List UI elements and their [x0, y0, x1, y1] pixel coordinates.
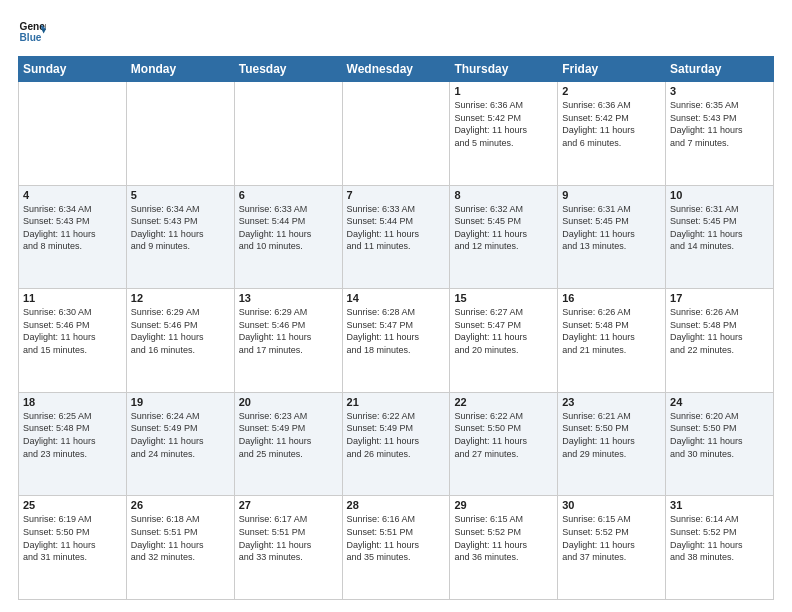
- calendar-cell: 27Sunrise: 6:17 AM Sunset: 5:51 PM Dayli…: [234, 496, 342, 600]
- day-info: Sunrise: 6:18 AM Sunset: 5:51 PM Dayligh…: [131, 513, 230, 563]
- day-number: 6: [239, 189, 338, 201]
- calendar-cell: 10Sunrise: 6:31 AM Sunset: 5:45 PM Dayli…: [666, 185, 774, 289]
- calendar-cell: 20Sunrise: 6:23 AM Sunset: 5:49 PM Dayli…: [234, 392, 342, 496]
- page: General Blue SundayMondayTuesdayWednesda…: [0, 0, 792, 612]
- day-number: 15: [454, 292, 553, 304]
- day-number: 5: [131, 189, 230, 201]
- calendar-cell: 21Sunrise: 6:22 AM Sunset: 5:49 PM Dayli…: [342, 392, 450, 496]
- day-number: 7: [347, 189, 446, 201]
- weekday-header-monday: Monday: [126, 57, 234, 82]
- day-info: Sunrise: 6:30 AM Sunset: 5:46 PM Dayligh…: [23, 306, 122, 356]
- calendar-cell: 13Sunrise: 6:29 AM Sunset: 5:46 PM Dayli…: [234, 289, 342, 393]
- day-info: Sunrise: 6:33 AM Sunset: 5:44 PM Dayligh…: [239, 203, 338, 253]
- svg-text:Blue: Blue: [20, 32, 42, 43]
- day-info: Sunrise: 6:15 AM Sunset: 5:52 PM Dayligh…: [562, 513, 661, 563]
- calendar-week-2: 4Sunrise: 6:34 AM Sunset: 5:43 PM Daylig…: [19, 185, 774, 289]
- day-number: 21: [347, 396, 446, 408]
- day-info: Sunrise: 6:21 AM Sunset: 5:50 PM Dayligh…: [562, 410, 661, 460]
- day-number: 23: [562, 396, 661, 408]
- logo: General Blue: [18, 18, 46, 46]
- day-info: Sunrise: 6:26 AM Sunset: 5:48 PM Dayligh…: [562, 306, 661, 356]
- calendar-cell: 23Sunrise: 6:21 AM Sunset: 5:50 PM Dayli…: [558, 392, 666, 496]
- day-number: 3: [670, 85, 769, 97]
- weekday-header-tuesday: Tuesday: [234, 57, 342, 82]
- day-number: 2: [562, 85, 661, 97]
- calendar-cell: 25Sunrise: 6:19 AM Sunset: 5:50 PM Dayli…: [19, 496, 127, 600]
- calendar-cell: [234, 82, 342, 186]
- calendar-cell: 3Sunrise: 6:35 AM Sunset: 5:43 PM Daylig…: [666, 82, 774, 186]
- day-number: 14: [347, 292, 446, 304]
- calendar-cell: 7Sunrise: 6:33 AM Sunset: 5:44 PM Daylig…: [342, 185, 450, 289]
- day-info: Sunrise: 6:31 AM Sunset: 5:45 PM Dayligh…: [562, 203, 661, 253]
- header: General Blue: [18, 18, 774, 46]
- calendar-cell: [19, 82, 127, 186]
- day-info: Sunrise: 6:34 AM Sunset: 5:43 PM Dayligh…: [131, 203, 230, 253]
- day-info: Sunrise: 6:33 AM Sunset: 5:44 PM Dayligh…: [347, 203, 446, 253]
- calendar-cell: 5Sunrise: 6:34 AM Sunset: 5:43 PM Daylig…: [126, 185, 234, 289]
- day-info: Sunrise: 6:23 AM Sunset: 5:49 PM Dayligh…: [239, 410, 338, 460]
- logo-icon: General Blue: [18, 18, 46, 46]
- calendar-cell: 8Sunrise: 6:32 AM Sunset: 5:45 PM Daylig…: [450, 185, 558, 289]
- day-info: Sunrise: 6:26 AM Sunset: 5:48 PM Dayligh…: [670, 306, 769, 356]
- calendar-cell: 1Sunrise: 6:36 AM Sunset: 5:42 PM Daylig…: [450, 82, 558, 186]
- calendar-week-4: 18Sunrise: 6:25 AM Sunset: 5:48 PM Dayli…: [19, 392, 774, 496]
- calendar-cell: 17Sunrise: 6:26 AM Sunset: 5:48 PM Dayli…: [666, 289, 774, 393]
- calendar-week-5: 25Sunrise: 6:19 AM Sunset: 5:50 PM Dayli…: [19, 496, 774, 600]
- calendar-cell: 22Sunrise: 6:22 AM Sunset: 5:50 PM Dayli…: [450, 392, 558, 496]
- weekday-header-thursday: Thursday: [450, 57, 558, 82]
- day-info: Sunrise: 6:24 AM Sunset: 5:49 PM Dayligh…: [131, 410, 230, 460]
- calendar-cell: 30Sunrise: 6:15 AM Sunset: 5:52 PM Dayli…: [558, 496, 666, 600]
- day-number: 25: [23, 499, 122, 511]
- day-info: Sunrise: 6:36 AM Sunset: 5:42 PM Dayligh…: [454, 99, 553, 149]
- day-number: 9: [562, 189, 661, 201]
- day-number: 8: [454, 189, 553, 201]
- calendar-header-row: SundayMondayTuesdayWednesdayThursdayFrid…: [19, 57, 774, 82]
- day-info: Sunrise: 6:29 AM Sunset: 5:46 PM Dayligh…: [131, 306, 230, 356]
- calendar-cell: 16Sunrise: 6:26 AM Sunset: 5:48 PM Dayli…: [558, 289, 666, 393]
- day-number: 18: [23, 396, 122, 408]
- day-number: 24: [670, 396, 769, 408]
- calendar-cell: 12Sunrise: 6:29 AM Sunset: 5:46 PM Dayli…: [126, 289, 234, 393]
- day-info: Sunrise: 6:25 AM Sunset: 5:48 PM Dayligh…: [23, 410, 122, 460]
- day-number: 28: [347, 499, 446, 511]
- calendar-table: SundayMondayTuesdayWednesdayThursdayFrid…: [18, 56, 774, 600]
- calendar-cell: 29Sunrise: 6:15 AM Sunset: 5:52 PM Dayli…: [450, 496, 558, 600]
- day-number: 16: [562, 292, 661, 304]
- day-info: Sunrise: 6:34 AM Sunset: 5:43 PM Dayligh…: [23, 203, 122, 253]
- calendar-cell: 26Sunrise: 6:18 AM Sunset: 5:51 PM Dayli…: [126, 496, 234, 600]
- day-info: Sunrise: 6:17 AM Sunset: 5:51 PM Dayligh…: [239, 513, 338, 563]
- day-number: 31: [670, 499, 769, 511]
- calendar-cell: 9Sunrise: 6:31 AM Sunset: 5:45 PM Daylig…: [558, 185, 666, 289]
- day-info: Sunrise: 6:36 AM Sunset: 5:42 PM Dayligh…: [562, 99, 661, 149]
- calendar-week-3: 11Sunrise: 6:30 AM Sunset: 5:46 PM Dayli…: [19, 289, 774, 393]
- day-number: 27: [239, 499, 338, 511]
- day-number: 11: [23, 292, 122, 304]
- day-info: Sunrise: 6:35 AM Sunset: 5:43 PM Dayligh…: [670, 99, 769, 149]
- day-number: 1: [454, 85, 553, 97]
- day-info: Sunrise: 6:20 AM Sunset: 5:50 PM Dayligh…: [670, 410, 769, 460]
- day-number: 17: [670, 292, 769, 304]
- day-info: Sunrise: 6:15 AM Sunset: 5:52 PM Dayligh…: [454, 513, 553, 563]
- day-info: Sunrise: 6:28 AM Sunset: 5:47 PM Dayligh…: [347, 306, 446, 356]
- day-info: Sunrise: 6:32 AM Sunset: 5:45 PM Dayligh…: [454, 203, 553, 253]
- calendar-cell: [342, 82, 450, 186]
- calendar-cell: 18Sunrise: 6:25 AM Sunset: 5:48 PM Dayli…: [19, 392, 127, 496]
- calendar-cell: 24Sunrise: 6:20 AM Sunset: 5:50 PM Dayli…: [666, 392, 774, 496]
- weekday-header-friday: Friday: [558, 57, 666, 82]
- calendar-cell: 6Sunrise: 6:33 AM Sunset: 5:44 PM Daylig…: [234, 185, 342, 289]
- weekday-header-sunday: Sunday: [19, 57, 127, 82]
- day-info: Sunrise: 6:31 AM Sunset: 5:45 PM Dayligh…: [670, 203, 769, 253]
- day-number: 19: [131, 396, 230, 408]
- day-info: Sunrise: 6:14 AM Sunset: 5:52 PM Dayligh…: [670, 513, 769, 563]
- day-number: 13: [239, 292, 338, 304]
- day-info: Sunrise: 6:22 AM Sunset: 5:50 PM Dayligh…: [454, 410, 553, 460]
- day-number: 4: [23, 189, 122, 201]
- calendar-cell: 2Sunrise: 6:36 AM Sunset: 5:42 PM Daylig…: [558, 82, 666, 186]
- day-number: 29: [454, 499, 553, 511]
- day-number: 10: [670, 189, 769, 201]
- day-number: 12: [131, 292, 230, 304]
- day-number: 30: [562, 499, 661, 511]
- day-info: Sunrise: 6:16 AM Sunset: 5:51 PM Dayligh…: [347, 513, 446, 563]
- day-number: 22: [454, 396, 553, 408]
- weekday-header-wednesday: Wednesday: [342, 57, 450, 82]
